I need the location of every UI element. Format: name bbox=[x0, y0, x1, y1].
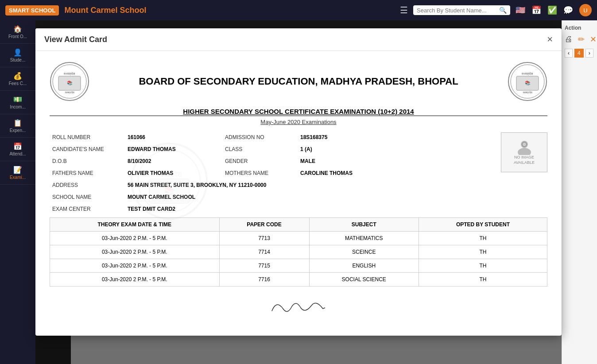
cell-opted-3: TH bbox=[419, 273, 547, 287]
sidebar-item-student[interactable]: 👤 Stude... bbox=[0, 44, 35, 67]
school-title: Mount Carmel School bbox=[64, 6, 395, 15]
sidebar-label-attendance: Attend... bbox=[3, 151, 33, 156]
sidebar-item-fees[interactable]: 💰 Fees C... bbox=[0, 67, 35, 91]
pagination: ‹ 4 › bbox=[565, 49, 594, 58]
class-label: CLASS bbox=[222, 144, 298, 154]
sidebar: 🏠 Front O... 👤 Stude... 💰 Fees C... 💵 In… bbox=[0, 20, 35, 364]
dob-label: D.O.B bbox=[50, 156, 125, 166]
candidate-name-label: CANDIDATE'S NAME bbox=[50, 144, 125, 154]
calendar-icon[interactable]: 📅 bbox=[531, 5, 541, 15]
gender-label: GENDER bbox=[222, 156, 298, 166]
exam-center-label: EXAM CENTER bbox=[50, 204, 125, 214]
modal-close-button[interactable]: × bbox=[547, 35, 553, 44]
modal-header: View Admit Card × bbox=[35, 28, 562, 51]
candidate-name-value: EDWARD THOMAS bbox=[125, 144, 222, 154]
class-value: 1 (A) bbox=[298, 144, 395, 154]
expense-icon: 📋 bbox=[3, 119, 33, 127]
student-icon: 👤 bbox=[3, 48, 33, 57]
exam-table-row: 03-Jun-2020 2 P.M. - 5 P.M. 7716 SOCIAL … bbox=[50, 273, 547, 287]
cell-datetime-3: 03-Jun-2020 2 P.M. - 5 P.M. bbox=[50, 273, 220, 287]
cell-opted-1: TH bbox=[419, 245, 547, 259]
search-icon[interactable]: 🔍 bbox=[499, 7, 507, 14]
cell-subject-1: SCEINCE bbox=[309, 245, 419, 259]
photo-box: NO IMAGEAVAILABLE bbox=[501, 132, 547, 172]
exam-table-row: 03-Jun-2020 2 P.M. - 5 P.M. 7715 ENGLISH… bbox=[50, 259, 547, 273]
page-next-btn[interactable]: › bbox=[585, 49, 593, 58]
cell-papercode-0: 7713 bbox=[219, 232, 309, 245]
exam-period: May-June 2020 Examinations bbox=[50, 119, 547, 125]
right-panel: Action 🖨 ✏ ✕ ‹ 4 › bbox=[562, 20, 597, 364]
logo-text: SMART SCHOOL bbox=[9, 7, 55, 14]
gender-value: MALE bbox=[298, 156, 395, 166]
cell-papercode-3: 7716 bbox=[219, 273, 309, 287]
sidebar-item-examination[interactable]: 📝 Exami... bbox=[0, 161, 35, 185]
exam-table-row: 03-Jun-2020 2 P.M. - 5 P.M. 7713 MATHEMA… bbox=[50, 232, 547, 245]
top-navbar: SMART SCHOOL Mount Carmel School ☰ 🔍 🇺🇸 … bbox=[0, 0, 597, 20]
topbar-close-icon[interactable]: ✕ bbox=[563, 6, 570, 16]
cell-datetime-0: 03-Jun-2020 2 P.M. - 5 P.M. bbox=[50, 232, 220, 245]
exam-icon: 📝 bbox=[3, 166, 33, 174]
exam-title: HIGHER SECONDARY SCHOOL CERTIFICATE EXAM… bbox=[183, 108, 414, 115]
logo: SMART SCHOOL bbox=[5, 5, 59, 15]
cell-papercode-1: 7714 bbox=[219, 245, 309, 259]
no-image-label: NO IMAGEAVAILABLE bbox=[514, 155, 535, 165]
avatar-icon[interactable]: U bbox=[579, 4, 592, 16]
check-icon[interactable]: ✅ bbox=[547, 5, 557, 15]
roll-number-value: 161066 bbox=[125, 132, 222, 142]
roll-number-label: ROLL NUMBER bbox=[50, 132, 125, 142]
svg-text:मध्यप्रदेश: मध्यप्रदेश bbox=[65, 91, 74, 94]
no-image-icon bbox=[516, 139, 533, 155]
hamburger-icon[interactable]: ☰ bbox=[400, 5, 408, 15]
flag-icon[interactable]: 🇺🇸 bbox=[516, 5, 525, 15]
income-icon: 💵 bbox=[3, 95, 33, 104]
address-value: 56 MAIN STREET, SUITE 3, BROOKLYN, NY 11… bbox=[125, 180, 395, 190]
search-input[interactable] bbox=[417, 7, 496, 14]
delete-icon[interactable]: ✕ bbox=[590, 35, 597, 44]
sidebar-item-income[interactable]: 💵 Incom... bbox=[0, 91, 35, 114]
cell-datetime-2: 03-Jun-2020 2 P.M. - 5 P.M. bbox=[50, 259, 220, 273]
exam-schedule-table: THEORY EXAM DATE & TIME PAPER CODE SUBJE… bbox=[50, 217, 547, 287]
cell-subject-2: ENGLISH bbox=[309, 259, 419, 273]
mothers-name-label: MOTHERS NAME bbox=[222, 168, 298, 178]
sidebar-label-income: Incom... bbox=[3, 105, 33, 109]
school-name-value: MOUNT CARMEL SCHOOL bbox=[125, 192, 395, 202]
sidebar-item-attendance[interactable]: 📅 Attend... bbox=[0, 138, 35, 161]
sidebar-item-front[interactable]: 🏠 Front O... bbox=[0, 20, 35, 44]
sidebar-label-student: Stude... bbox=[3, 58, 33, 62]
table-header-papercode: PAPER CODE bbox=[219, 218, 309, 232]
admit-card-content: मध्यप्रदेश 📚 मध्यप्रदेश BOARD OF SECONDA… bbox=[35, 51, 562, 336]
cell-papercode-2: 7715 bbox=[219, 259, 309, 273]
signature-image bbox=[50, 295, 547, 321]
svg-point-13 bbox=[518, 148, 531, 155]
exam-center-value: TEST DMIT CARD2 bbox=[125, 204, 395, 214]
fathers-name-label: FATHERS NAME bbox=[50, 168, 125, 178]
sidebar-item-expense[interactable]: 📋 Expen... bbox=[0, 114, 35, 138]
cell-subject-3: SOCIAL SCIENCE bbox=[309, 273, 419, 287]
home-icon: 🏠 bbox=[3, 25, 33, 33]
page-current-btn[interactable]: 4 bbox=[574, 49, 584, 58]
sidebar-label-exam: Exami... bbox=[3, 175, 33, 180]
admit-card-modal: View Admit Card × मध्यप्रदेश 📚 मध्यप्रदे… bbox=[35, 28, 562, 336]
table-header-opted: OPTED BY STUDENT bbox=[419, 218, 547, 232]
action-label: Action bbox=[565, 25, 594, 31]
svg-point-15 bbox=[523, 143, 526, 146]
address-label: ADDRESS bbox=[50, 180, 125, 190]
sidebar-label-expense: Expen... bbox=[3, 128, 33, 133]
page-prev-btn[interactable]: ‹ bbox=[565, 49, 573, 58]
signature-area bbox=[50, 295, 547, 325]
print-icon[interactable]: 🖨 bbox=[565, 35, 573, 44]
dob-value: 8/10/2002 bbox=[125, 156, 222, 166]
sidebar-label-fees: Fees C... bbox=[3, 81, 33, 86]
svg-text:मध्यप्रदेश: मध्यप्रदेश bbox=[63, 72, 75, 76]
cell-opted-2: TH bbox=[419, 259, 547, 273]
left-logo: मध्यप्रदेश 📚 मध्यप्रदेश bbox=[50, 62, 89, 101]
org-title-block: BOARD OF SECONDARY EDUCATION, MADHYA PRA… bbox=[89, 75, 508, 88]
svg-text:मध्यप्रदेश: मध्यप्रदेश bbox=[523, 91, 532, 94]
org-name: BOARD OF SECONDARY EDUCATION, MADHYA PRA… bbox=[89, 75, 508, 88]
svg-text:मध्यप्रदेश: मध्यप्रदेश bbox=[521, 72, 533, 76]
svg-text:📚: 📚 bbox=[67, 80, 73, 86]
right-logo: मध्यप्रदेश 📚 मध्यप्रदेश bbox=[508, 62, 547, 101]
cell-datetime-1: 03-Jun-2020 2 P.M. - 5 P.M. bbox=[50, 245, 220, 259]
fees-icon: 💰 bbox=[3, 72, 33, 80]
edit-icon[interactable]: ✏ bbox=[578, 35, 585, 44]
